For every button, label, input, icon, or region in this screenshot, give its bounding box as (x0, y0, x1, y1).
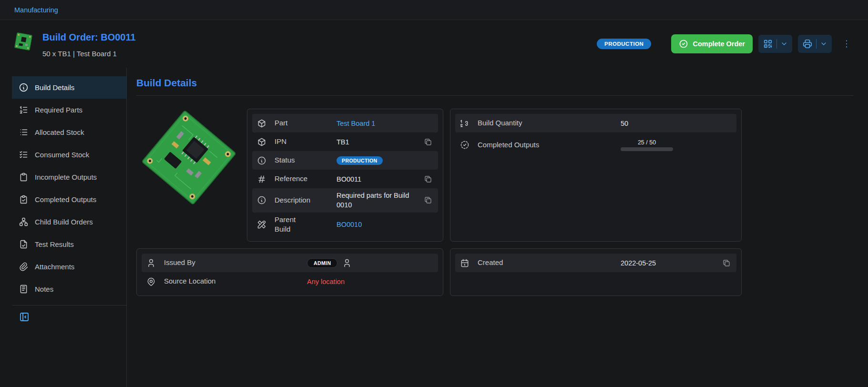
row-label: Source Location (164, 276, 307, 286)
breadcrumb: Manufacturing (0, 0, 868, 20)
page-title: Build Order: BO0011 (42, 32, 136, 43)
production-status-badge: PRODUCTION (337, 156, 383, 165)
sidebar-item-allocated-stock[interactable]: Allocated Stock (12, 121, 126, 143)
sidebar-item-completed-outputs[interactable]: Completed Outputs (12, 188, 126, 211)
sidebar-item-consumed-stock[interactable]: Consumed Stock (12, 143, 126, 166)
table-row-part: Part Test Board 1 (252, 114, 438, 132)
table-row-ipn: IPN TB1 (252, 132, 438, 151)
build-details-panel: Part Test Board 1 IPN TB1 Status PRODUCT… (136, 109, 742, 296)
sidebar-collapse-icon (19, 311, 30, 323)
sidebar-divider (12, 305, 126, 306)
progress-check-icon (460, 140, 470, 150)
clipboard-icon (19, 172, 29, 182)
calendar-icon (460, 258, 470, 268)
section-divider (136, 95, 854, 96)
sidebar-item-child-build-orders[interactable]: Child Build Orders (12, 211, 126, 233)
completed-outputs-progress: 25 / 50 (621, 139, 673, 151)
table-row-parent-build: Parent Build BO0010 (252, 213, 438, 237)
part-link[interactable]: Test Board 1 (337, 120, 375, 127)
header-left: Build Order: BO0011 50 x TB1 | Test Boar… (12, 30, 136, 58)
map-pin-icon (146, 277, 156, 286)
copy-button[interactable] (423, 195, 433, 205)
progress-bar (621, 147, 673, 151)
page-subtitle: 50 x TB1 | Test Board 1 (42, 50, 136, 58)
numbers-123-icon (460, 119, 470, 128)
print-actions-button[interactable] (798, 35, 832, 53)
title-block: Build Order: BO0011 50 x TB1 | Test Boar… (42, 30, 136, 58)
sidebar-item-required-parts[interactable]: Required Parts (12, 99, 126, 121)
part-thumbnail-image (12, 30, 35, 53)
details-card: Part Test Board 1 IPN TB1 Status PRODUCT… (247, 109, 443, 242)
sidebar: Build Details Required Parts Allocated S… (12, 68, 127, 387)
quantity-card: Build Quantity 50 Completed Outputs 25 /… (450, 109, 742, 242)
table-row-completed-outputs: Completed Outputs 25 / 50 (455, 132, 736, 157)
package-icon (257, 137, 266, 147)
button-divider (816, 39, 817, 49)
list-numbers-icon (19, 105, 29, 115)
info-circle-icon (257, 195, 266, 205)
package-icon (257, 119, 266, 128)
button-divider (776, 39, 777, 49)
sidebar-item-label: Attachments (35, 263, 74, 271)
row-label: Created (478, 258, 621, 267)
progress-label: 25 / 50 (621, 139, 673, 146)
complete-order-button[interactable]: Complete Order (671, 34, 753, 53)
part-image (136, 109, 240, 242)
dots-vertical-icon (841, 39, 852, 49)
sidebar-item-label: Required Parts (35, 106, 82, 114)
status-badge: PRODUCTION (597, 39, 651, 49)
row-label: Reference (275, 174, 337, 183)
sitemap-icon (19, 217, 29, 227)
sidebar-collapse-button[interactable] (12, 308, 37, 326)
sidebar-item-build-details[interactable]: Build Details (12, 76, 126, 99)
row-label: Parent Build (275, 215, 337, 234)
sidebar-item-label: Test Results (35, 240, 74, 248)
copy-button[interactable] (721, 258, 732, 268)
row-value: TB1 (337, 138, 419, 146)
body: Build Details Required Parts Allocated S… (0, 68, 868, 387)
sidebar-item-label: Notes (35, 285, 53, 293)
row-value: 2022-05-25 (621, 259, 717, 267)
header-actions: PRODUCTION Complete Order (597, 34, 854, 53)
table-row-description: Description Required parts for Build 001… (252, 188, 438, 213)
list-icon (19, 127, 29, 137)
tools-icon (257, 220, 266, 229)
sidebar-item-notes[interactable]: Notes (12, 278, 126, 300)
chevron-down-icon (780, 40, 788, 48)
row-label: Build Quantity (478, 118, 621, 128)
circle-check-icon (679, 39, 688, 49)
info-circle-icon (19, 82, 29, 92)
paperclip-icon (19, 262, 29, 272)
row-label: Issued By (164, 258, 307, 267)
sidebar-item-label: Incomplete Outputs (35, 173, 97, 181)
sidebar-item-test-results[interactable]: Test Results (12, 233, 126, 255)
issued-card: Issued By ADMIN Source Location Any loca… (136, 248, 443, 296)
sidebar-item-attachments[interactable]: Attachments (12, 255, 126, 278)
copy-button[interactable] (423, 174, 433, 184)
table-row-status: Status PRODUCTION (252, 151, 438, 170)
page-header: Build Order: BO0011 50 x TB1 | Test Boar… (0, 20, 868, 68)
user-avatar-icon (342, 258, 352, 268)
more-actions-button[interactable] (839, 35, 854, 53)
table-row-source-location: Source Location Any location (142, 272, 438, 291)
list-check-icon (19, 150, 29, 160)
chevron-down-icon (820, 40, 827, 48)
barcode-actions-button[interactable] (758, 35, 792, 53)
sidebar-item-label: Completed Outputs (35, 195, 96, 204)
row-label: IPN (275, 137, 337, 146)
clipboard-check-icon (19, 194, 29, 204)
notes-icon (19, 284, 29, 294)
table-row-build-quantity: Build Quantity 50 (455, 114, 736, 132)
parent-build-link[interactable]: BO0010 (337, 221, 362, 228)
file-check-icon (19, 239, 29, 249)
sidebar-item-label: Consumed Stock (35, 151, 89, 159)
row-value: 50 (621, 120, 732, 127)
row-label: Description (275, 195, 337, 205)
sidebar-item-incomplete-outputs[interactable]: Incomplete Outputs (12, 166, 126, 188)
user-icon (146, 258, 156, 268)
copy-button[interactable] (423, 137, 433, 147)
sidebar-item-label: Allocated Stock (35, 128, 84, 136)
sidebar-item-label: Child Build Orders (35, 218, 93, 226)
row-value: Required parts for Build 0010 (337, 191, 414, 210)
breadcrumb-manufacturing-link[interactable]: Manufacturing (14, 6, 58, 14)
